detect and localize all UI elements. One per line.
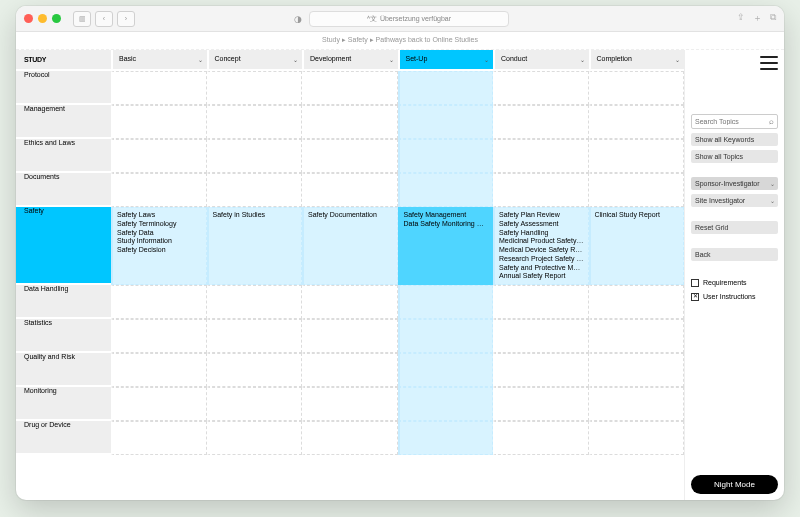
cell[interactable]	[302, 387, 398, 421]
topic-link[interactable]: Research Project Safety Reporting	[499, 255, 584, 264]
close-window-icon[interactable]	[24, 14, 33, 23]
row-header-statistics[interactable]: Statistics	[16, 319, 111, 353]
new-tab-icon[interactable]: ＋	[753, 12, 762, 25]
nav-forward-button[interactable]: ›	[117, 11, 135, 27]
search-box[interactable]: ⌕	[691, 114, 778, 129]
cell[interactable]	[207, 319, 303, 353]
cell[interactable]	[493, 105, 589, 139]
share-icon[interactable]: ⇪	[737, 12, 745, 25]
cell[interactable]	[207, 421, 303, 455]
requirements-checkbox[interactable]: Requirements	[691, 279, 778, 287]
cell[interactable]	[589, 71, 685, 105]
topic-link[interactable]: Safety Terminology	[117, 220, 202, 229]
cell[interactable]	[207, 105, 303, 139]
cell[interactable]	[207, 353, 303, 387]
cell[interactable]: Clinical Study Report	[589, 207, 685, 285]
cell[interactable]	[398, 387, 494, 421]
column-header-set-up[interactable]: Set-Up⌄	[398, 50, 494, 71]
cell[interactable]: Safety in Studies	[207, 207, 303, 285]
topic-link[interactable]: Safety Data	[117, 229, 202, 238]
cell[interactable]	[111, 105, 207, 139]
cell[interactable]	[398, 353, 494, 387]
cell[interactable]	[589, 421, 685, 455]
topic-link[interactable]: Medical Device Safety Reporting	[499, 246, 584, 255]
menu-icon[interactable]	[760, 56, 778, 70]
topic-link[interactable]: Medicinal Product Safety Reporting	[499, 237, 584, 246]
topic-link[interactable]: Safety Management	[404, 211, 489, 220]
minimize-window-icon[interactable]	[38, 14, 47, 23]
cell[interactable]	[111, 319, 207, 353]
cell[interactable]	[302, 173, 398, 207]
cell[interactable]	[493, 173, 589, 207]
topic-link[interactable]: Study Information	[117, 237, 202, 246]
column-header-development[interactable]: Development⌄	[302, 50, 398, 71]
night-mode-button[interactable]: Night Mode	[691, 475, 778, 494]
address-bar[interactable]: ᴬ文 Übersetzung verfügbar	[309, 11, 509, 27]
cell[interactable]	[207, 71, 303, 105]
cell[interactable]	[302, 319, 398, 353]
column-header-basic[interactable]: Basic⌄	[111, 50, 207, 71]
topic-link[interactable]: Safety in Studies	[213, 211, 298, 220]
cell[interactable]	[207, 139, 303, 173]
cell[interactable]	[207, 285, 303, 319]
topic-link[interactable]: Safety Plan Review	[499, 211, 584, 220]
role-site-investigator-button[interactable]: Site Investigator ⌄	[691, 194, 778, 207]
topic-link[interactable]: Safety Decision	[117, 246, 202, 255]
cell[interactable]: Safety Plan ReviewSafety AssessmentSafet…	[493, 207, 589, 285]
cell[interactable]	[589, 319, 685, 353]
cell[interactable]	[398, 421, 494, 455]
nav-back-button[interactable]: ‹	[95, 11, 113, 27]
role-sponsor-investigator-button[interactable]: Sponsor-Investigator ⌄	[691, 177, 778, 190]
topic-link[interactable]: Safety and Protective Measures	[499, 264, 584, 273]
cell[interactable]	[398, 105, 494, 139]
row-header-quality-and-risk[interactable]: Quality and Risk	[16, 353, 111, 387]
cell[interactable]	[398, 139, 494, 173]
row-header-monitoring[interactable]: Monitoring	[16, 387, 111, 421]
cell[interactable]	[493, 319, 589, 353]
cell[interactable]	[493, 353, 589, 387]
cell[interactable]: Safety LawsSafety TerminologySafety Data…	[111, 207, 207, 285]
cell[interactable]	[493, 71, 589, 105]
cell[interactable]	[111, 421, 207, 455]
topic-link[interactable]: Safety Handling	[499, 229, 584, 238]
cell[interactable]	[589, 285, 685, 319]
topic-link[interactable]: Safety Laws	[117, 211, 202, 220]
row-header-protocol[interactable]: Protocol	[16, 71, 111, 105]
tabs-overview-icon[interactable]: ⧉	[770, 12, 776, 25]
row-header-management[interactable]: Management	[16, 105, 111, 139]
user-instructions-checkbox[interactable]: User Instructions	[691, 293, 778, 301]
show-all-keywords-button[interactable]: Show all Keywords	[691, 133, 778, 146]
row-header-data-handling[interactable]: Data Handling	[16, 285, 111, 319]
cell[interactable]	[302, 353, 398, 387]
cell[interactable]	[398, 285, 494, 319]
cell[interactable]	[589, 139, 685, 173]
cell[interactable]	[302, 285, 398, 319]
cell[interactable]	[589, 173, 685, 207]
cell[interactable]	[302, 71, 398, 105]
cell[interactable]	[589, 105, 685, 139]
cell[interactable]	[302, 105, 398, 139]
row-header-safety[interactable]: Safety	[16, 207, 111, 285]
cell[interactable]	[302, 139, 398, 173]
cell[interactable]	[589, 387, 685, 421]
topic-link[interactable]: Data Safety Monitoring Board	[404, 220, 489, 229]
cell[interactable]	[111, 353, 207, 387]
column-header-conduct[interactable]: Conduct⌄	[493, 50, 589, 71]
column-header-concept[interactable]: Concept⌄	[207, 50, 303, 71]
matrix-grid[interactable]: STUDY Basic⌄Concept⌄Development⌄Set-Up⌄C…	[16, 50, 684, 500]
column-header-completion[interactable]: Completion⌄	[589, 50, 685, 71]
row-header-drug-or-device[interactable]: Drug or Device	[16, 421, 111, 455]
topic-link[interactable]: Clinical Study Report	[595, 211, 680, 220]
topic-link[interactable]: Safety Assessment	[499, 220, 584, 229]
cell[interactable]	[111, 173, 207, 207]
cell[interactable]	[207, 387, 303, 421]
cell[interactable]	[111, 139, 207, 173]
cell[interactable]: Safety ManagementData Safety Monitoring …	[398, 207, 494, 285]
cell[interactable]	[111, 285, 207, 319]
cell[interactable]	[493, 285, 589, 319]
show-all-topics-button[interactable]: Show all Topics	[691, 150, 778, 163]
cell[interactable]	[493, 421, 589, 455]
topic-link[interactable]: Annual Safety Report	[499, 272, 584, 281]
sidebar-toggle-icon[interactable]: ▥	[73, 11, 91, 27]
privacy-shield-icon[interactable]: ◑	[291, 12, 305, 26]
